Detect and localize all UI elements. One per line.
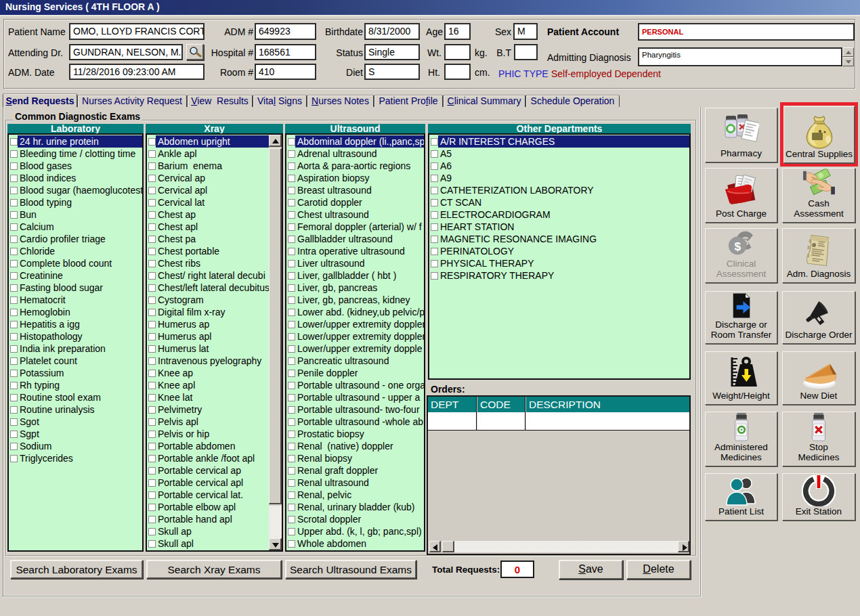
- svg-text:$: $: [734, 240, 741, 253]
